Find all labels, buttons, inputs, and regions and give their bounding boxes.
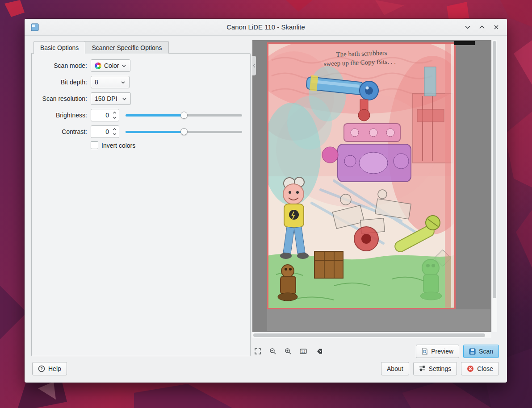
maximize-button[interactable] [475, 21, 489, 34]
bit-depth-value: 8 [95, 79, 98, 86]
tab-scanner-specific-options[interactable]: Scanner Specific Options [85, 41, 168, 54]
zoom-original-icon: 1:1 [300, 348, 307, 355]
scan-mode-label: Scan mode: [34, 62, 87, 69]
help-button-label: Help [48, 365, 61, 372]
preview-horizontal-scrollbar[interactable] [252, 333, 491, 338]
invert-colors-label: Invert colors [101, 142, 135, 149]
chevron-down-icon [122, 96, 127, 101]
slider-handle[interactable] [180, 128, 188, 135]
chevron-down-icon [121, 63, 126, 68]
skanlite-window: Canon LiDE 110 - Skanlite Basic Options … [25, 19, 507, 383]
brightness-row: Brightness: 0 [34, 108, 245, 122]
scanned-image: The bath scrubbers sweep up the Copy Bit… [267, 42, 456, 309]
document-preview-icon [422, 348, 428, 355]
close-window-button[interactable] [489, 21, 503, 34]
close-button-label: Close [477, 365, 493, 372]
minimize-button[interactable] [461, 21, 475, 34]
settings-button[interactable]: Settings [413, 362, 457, 375]
clear-selections-button[interactable] [313, 346, 324, 357]
desktop: { "window": { "title": "Canon LiDE 110 -… [0, 0, 532, 408]
help-button[interactable]: ? Help [32, 362, 67, 375]
slider-fill [126, 114, 184, 117]
scan-button-label: Scan [479, 348, 493, 355]
bit-depth-row: Bit depth: 8 [34, 75, 245, 89]
scan-resolution-label: Scan resolution: [34, 95, 87, 102]
settings-button-label: Settings [429, 365, 452, 372]
help-icon: ? [38, 365, 45, 372]
zoom-fit-best-icon [254, 348, 261, 355]
scan-resolution-row: Scan resolution: 150 DPI [34, 92, 245, 105]
scan-save-icon [469, 348, 476, 355]
preview-button-label: Preview [431, 348, 453, 355]
invert-colors-checkbox[interactable] [91, 142, 98, 149]
spin-up-icon[interactable] [111, 110, 118, 115]
chevron-left-icon [253, 63, 256, 68]
brightness-label: Brightness: [34, 112, 87, 119]
zoom-out-button[interactable] [268, 346, 278, 357]
footer-button-row: ? Help About Settings Close [32, 362, 499, 375]
preview-actions-row: 1:1 Preview Scan [252, 345, 499, 358]
scan-resolution-value: 150 DPI [95, 95, 117, 102]
tab-label: Basic Options [40, 44, 79, 51]
scan-button[interactable]: Scan [463, 345, 499, 358]
scan-margin-band [267, 309, 490, 331]
preview-vertical-scrollbar[interactable] [492, 40, 497, 332]
preview-button[interactable]: Preview [416, 345, 459, 358]
spin-down-icon[interactable] [111, 132, 118, 137]
contrast-label: Contrast: [34, 128, 87, 135]
close-button[interactable]: Close [461, 362, 499, 375]
tab-basic-options[interactable]: Basic Options [34, 41, 85, 54]
close-icon [492, 23, 500, 31]
chevron-up-icon [478, 23, 486, 31]
chevron-down-icon [464, 23, 472, 31]
basic-options-panel: Scan mode: Color Bit depth: 8 Scan resol… [31, 53, 251, 356]
spin-down-icon[interactable] [111, 115, 118, 120]
svg-text:1:1: 1:1 [301, 350, 305, 353]
bit-depth-label: Bit depth: [34, 79, 87, 86]
options-tab-bar: Basic Options Scanner Specific Options [34, 41, 168, 54]
contrast-row: Contrast: 0 [34, 125, 245, 138]
zoom-in-icon [285, 348, 292, 355]
contrast-spinbox[interactable]: 0 [91, 125, 119, 138]
zoom-in-button[interactable] [283, 346, 293, 357]
clear-selections-icon [315, 348, 323, 354]
svg-text:?: ? [40, 366, 43, 371]
zoom-original-button[interactable]: 1:1 [298, 346, 309, 357]
contrast-slider[interactable] [126, 125, 242, 138]
invert-colors-row: Invert colors [91, 142, 245, 149]
settings-sliders-icon [419, 365, 426, 372]
scrollbar-thumb[interactable] [493, 41, 496, 298]
preview-pane: The bath scrubbers sweep up the Copy Bit… [252, 40, 497, 338]
close-red-icon [467, 365, 474, 372]
color-wheel-icon [95, 62, 101, 69]
zoom-out-icon [269, 348, 276, 355]
titlebar[interactable]: Canon LiDE 110 - Skanlite [25, 19, 507, 36]
scan-mode-row: Scan mode: Color [34, 59, 245, 72]
about-button-label: About [387, 365, 403, 372]
about-button[interactable]: About [381, 362, 409, 375]
brightness-spinbox[interactable]: 0 [91, 109, 119, 121]
tab-label: Scanner Specific Options [92, 44, 162, 51]
scan-mode-value: Color [104, 62, 119, 69]
scan-resolution-dropdown[interactable]: 150 DPI [91, 92, 131, 105]
slider-fill [126, 131, 184, 133]
chevron-down-icon [121, 80, 126, 85]
spin-up-icon[interactable] [111, 127, 118, 132]
preview-canvas[interactable]: The bath scrubbers sweep up the Copy Bit… [252, 40, 491, 332]
brightness-slider[interactable] [126, 109, 242, 121]
splitter-handle[interactable] [252, 56, 256, 75]
window-title: Canon LiDE 110 - Skanlite [25, 23, 507, 31]
slider-handle[interactable] [180, 112, 188, 119]
zoom-fit-best-button[interactable] [252, 346, 263, 357]
scanner-lid-strip [454, 41, 475, 45]
scrollbar-thumb[interactable] [253, 333, 485, 337]
scan-mode-dropdown[interactable]: Color [91, 59, 130, 72]
bit-depth-dropdown[interactable]: 8 [91, 76, 130, 88]
